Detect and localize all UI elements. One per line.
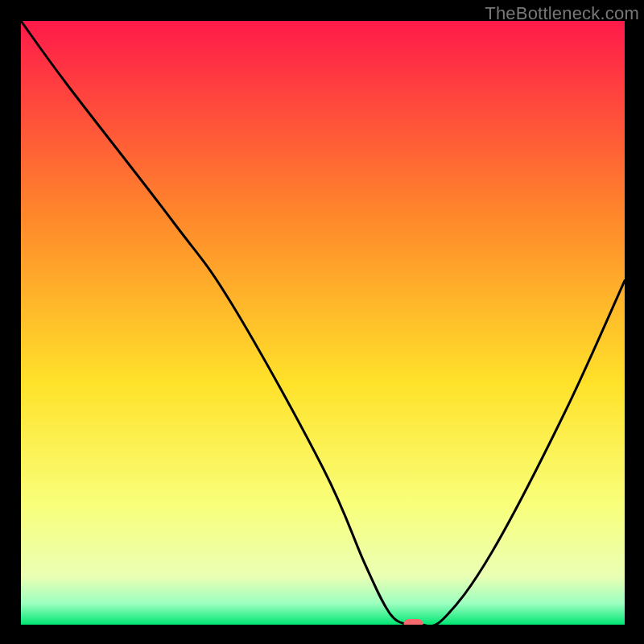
chart-frame: TheBottleneck.com: [0, 0, 644, 644]
bottleneck-chart: [21, 21, 625, 625]
gradient-background: [21, 21, 625, 625]
plot-area: [21, 21, 625, 625]
optimal-point-marker: [404, 619, 423, 625]
